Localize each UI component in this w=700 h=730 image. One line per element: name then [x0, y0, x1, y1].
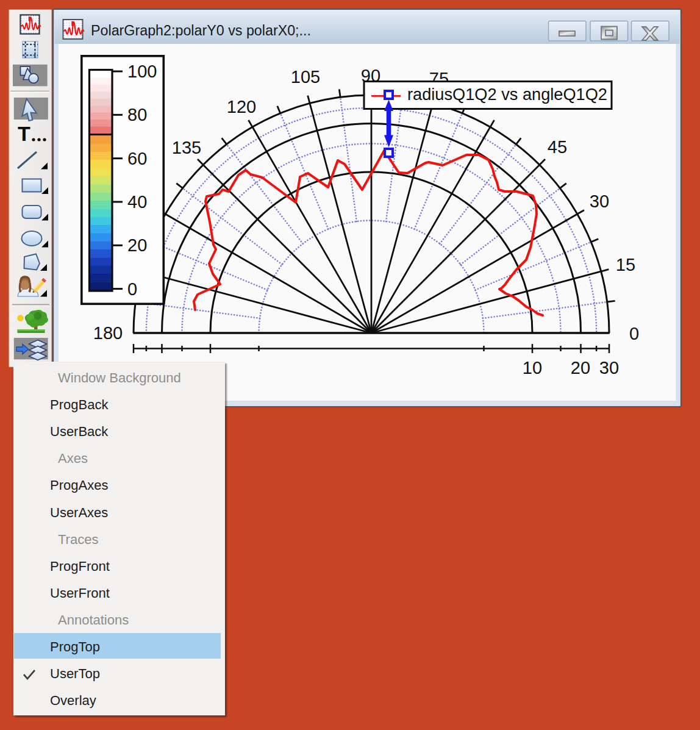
svg-text:0: 0: [629, 324, 639, 343]
svg-text:105: 105: [291, 67, 320, 87]
svg-text:radiusQ1Q2 vs angleQ1Q2: radiusQ1Q2 vs angleQ1Q2: [407, 85, 607, 104]
svg-text:100: 100: [127, 62, 157, 81]
svg-text:0: 0: [127, 279, 137, 299]
svg-text:30: 30: [590, 191, 609, 211]
svg-text:15: 15: [616, 255, 635, 274]
svg-text:20: 20: [127, 235, 147, 255]
svg-text:45: 45: [548, 137, 567, 157]
svg-text:40: 40: [127, 192, 147, 212]
svg-text:20: 20: [571, 358, 590, 378]
svg-text:80: 80: [127, 105, 147, 124]
svg-text:60: 60: [127, 149, 147, 168]
svg-text:10: 10: [523, 358, 542, 378]
svg-text:T: T: [18, 122, 30, 145]
svg-text:135: 135: [172, 138, 201, 157]
svg-text:PolarGraph2:polarY0 vs polarX0: PolarGraph2:polarY0 vs polarX0;...: [91, 23, 311, 38]
svg-text:30: 30: [599, 358, 619, 378]
svg-text:180: 180: [93, 323, 123, 343]
svg-text:120: 120: [227, 97, 256, 116]
